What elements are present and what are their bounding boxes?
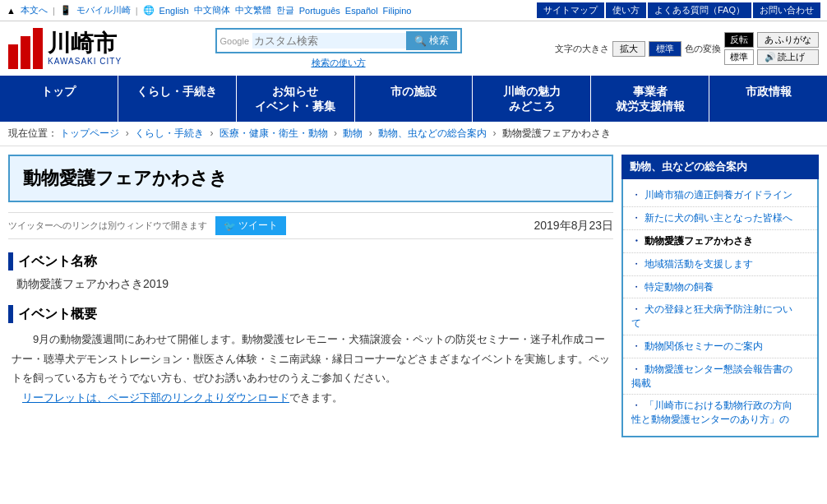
sidebar-item-4[interactable]: ・特定動物の飼養 — [623, 276, 817, 299]
nav-charm[interactable]: 川崎の魅力 みどころ — [473, 76, 591, 122]
top-bar: ▲ 本文へ | 📱 モバイル川崎 | 🌐 English 中文簡体 中文繁體 한… — [0, 0, 827, 21]
font-large-button[interactable]: 拡大 — [612, 41, 645, 57]
page-title-box: 動物愛護フェアかわさき — [8, 155, 613, 202]
sidebar-item-6[interactable]: ・動物関係セミナーのご案内 — [623, 335, 817, 358]
breadcrumb-animal[interactable]: 動物 — [343, 127, 363, 139]
logo-bar-3 — [33, 28, 43, 69]
page-title: 動物愛護フェアかわさき — [23, 166, 598, 191]
main-nav: トップ くらし・手続き お知らせ イベント・募集 市の施設 川崎の魅力 みどころ… — [0, 76, 827, 122]
event-name: 動物愛護フェアかわさき2019 — [8, 277, 613, 292]
sidebar-item-2: ・動物愛護フェアかわさき — [623, 230, 817, 253]
mobile-link[interactable]: モバイル川崎 — [76, 4, 131, 16]
nav-life[interactable]: くらし・手続き — [118, 76, 237, 122]
breadcrumb-life[interactable]: くらし・手続き — [135, 127, 204, 139]
nav-news[interactable]: お知らせ イベント・募集 — [237, 76, 355, 122]
mobile-icon: 📱 — [60, 5, 72, 16]
event-description: 9月の動物愛護週間にあわせて開催します。動物愛護セレモニー・犬猫譲渡会・ペットの… — [8, 330, 613, 407]
filipino-link[interactable]: Filipino — [383, 6, 412, 16]
main-text-icon: ▲ — [7, 6, 16, 16]
publish-date: 2019年8月23日 — [534, 219, 613, 234]
sidebar-item-5[interactable]: ・犬の登録と狂犬病予防注射につい て — [623, 298, 817, 335]
section2-title: イベント概要 — [18, 306, 97, 323]
search-box-wrap: Google 🔍 検索 — [215, 28, 462, 53]
faq-button[interactable]: よくある質問（FAQ） — [648, 2, 751, 18]
social-row: ツイッターへのリンクは別ウィンドウで開きます 🐦 ツイート 2019年8月23日 — [8, 212, 613, 239]
event-desc-text: 9月の動物愛護週間にあわせて開催します。動物愛護セレモニー・犬猫譲渡会・ペットの… — [12, 333, 610, 384]
furigana-icon: あ — [765, 34, 774, 46]
search-help-link[interactable]: 検索の使い方 — [312, 57, 366, 69]
color-normal-button[interactable]: 標準 — [724, 49, 754, 65]
howto-button[interactable]: 使い方 — [606, 2, 646, 18]
nav-business[interactable]: 事業者 就労支援情報 — [591, 76, 709, 122]
color-label: 色の変換 — [685, 43, 721, 55]
spanish-link[interactable]: Español — [345, 6, 378, 16]
sitemap-button[interactable]: サイトマップ — [537, 2, 604, 18]
font-size-label: 文字の大きさ — [555, 43, 609, 55]
breadcrumb: 現在位置： トップページ › くらし・手続き › 医療・健康・衛生・動物 › 動… — [0, 122, 827, 146]
english-link[interactable]: English — [159, 6, 189, 16]
logo-city: 川崎市 — [48, 31, 122, 57]
color-reverse-button[interactable]: 反転 — [724, 32, 754, 48]
logo-area: 川崎市 KAWASAKI CITY — [8, 28, 122, 69]
leaflet-link[interactable]: リーフレットは、ページ下部のリンクよりダウンロード — [22, 391, 289, 404]
header: 川崎市 KAWASAKI CITY Google 🔍 検索 検索の使い方 文字の… — [0, 21, 827, 76]
contact-button[interactable]: お問い合わせ — [753, 2, 820, 18]
nav-city-admin[interactable]: 市政情報 — [709, 76, 827, 122]
content-area: 動物愛護フェアかわさき ツイッターへのリンクは別ウィンドウで開きます 🐦 ツイー… — [0, 146, 827, 446]
logo-bar-2 — [21, 36, 30, 69]
logo-bar-1 — [8, 44, 18, 69]
search-input[interactable] — [252, 33, 406, 49]
furigana-button[interactable]: あ ふりがな — [757, 32, 819, 48]
logo-en: KAWASAKI CITY — [48, 57, 122, 66]
search-button[interactable]: 🔍 検索 — [406, 31, 457, 50]
header-right: 文字の大きさ 拡大 標準 色の変換 反転 標準 あ ふりがな 🔊 読上げ — [555, 32, 819, 65]
breadcrumb-animal-guide[interactable]: 動物、虫などの総合案内 — [378, 127, 487, 139]
logo-text: 川崎市 KAWASAKI CITY — [48, 31, 122, 66]
sidebar-item-3[interactable]: ・地域猫活動を支援します — [623, 253, 817, 276]
sidebar-item-0[interactable]: ・川崎市猫の適正飼養ガイドライン — [623, 184, 817, 207]
font-size-row: 文字の大きさ 拡大 標準 色の変換 反転 標準 あ ふりがな 🔊 読上げ — [555, 32, 819, 65]
sidebar-item-7[interactable]: ・動物愛護センター懇談会報告書の 掲載 — [623, 358, 817, 395]
portuguese-link[interactable]: Português — [299, 6, 340, 16]
twitter-icon: 🐦 — [224, 220, 236, 232]
font-normal-button[interactable]: 標準 — [649, 41, 681, 57]
chinese-trad-link[interactable]: 中文繁體 — [235, 4, 271, 16]
sidebar-item-1[interactable]: ・新たに犬の飼い主となった皆様へ — [623, 207, 817, 230]
sidebar-nav: ・川崎市猫の適正飼養ガイドライン ・新たに犬の飼い主となった皆様へ ・動物愛護フ… — [621, 179, 819, 437]
chinese-simple-link[interactable]: 中文簡体 — [194, 4, 230, 16]
speaker-icon: 🔊 — [765, 52, 776, 62]
sidebar: 動物、虫などの総合案内 ・川崎市猫の適正飼養ガイドライン ・新たに犬の飼い主とな… — [621, 155, 819, 437]
breadcrumb-current: 動物愛護フェアかわさき — [502, 127, 611, 139]
section2-header: イベント概要 — [8, 305, 613, 323]
tweet-button[interactable]: 🐦 ツイート — [215, 216, 286, 235]
nav-top[interactable]: トップ — [0, 76, 118, 122]
search-btn-label: 検索 — [429, 34, 449, 48]
read-aloud-button[interactable]: 🔊 読上げ — [757, 49, 819, 65]
search-area: Google 🔍 検索 検索の使い方 — [130, 28, 547, 69]
main-text-link[interactable]: 本文へ — [21, 4, 48, 16]
globe-icon: 🌐 — [143, 5, 155, 16]
section-bar — [8, 252, 13, 270]
korean-link[interactable]: 한글 — [276, 4, 294, 16]
main-content: 動物愛護フェアかわさき ツイッターへのリンクは別ウィンドウで開きます 🐦 ツイー… — [8, 155, 613, 437]
google-label: Google — [220, 36, 249, 46]
breadcrumb-prefix: 現在位置： — [8, 127, 58, 139]
breadcrumb-top[interactable]: トップページ — [60, 127, 119, 139]
twitter-note: ツイッターへのリンクは別ウィンドウで開きます — [8, 220, 207, 232]
section-bar-2 — [8, 305, 13, 323]
section1-header: イベント名称 — [8, 252, 613, 270]
section1-title: イベント名称 — [18, 253, 97, 270]
sidebar-item-8[interactable]: ・「川崎市における動物行政の方向 性と動物愛護センターのあり方」の — [623, 395, 817, 431]
logo-bars — [8, 28, 43, 69]
search-icon: 🔍 — [414, 35, 427, 47]
sidebar-title: 動物、虫などの総合案内 — [621, 155, 819, 179]
nav-facilities[interactable]: 市の施設 — [355, 76, 474, 122]
breadcrumb-medical[interactable]: 医療・健康・衛生・動物 — [219, 127, 328, 139]
